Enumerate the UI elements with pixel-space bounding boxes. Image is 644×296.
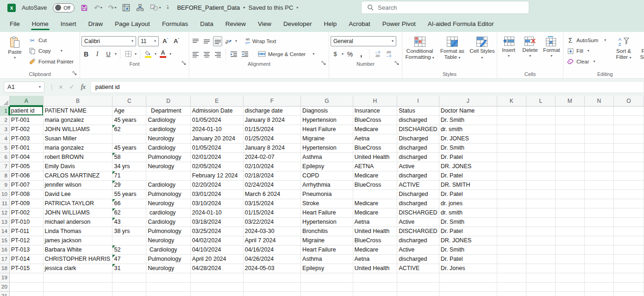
cell-M12[interactable] — [555, 208, 584, 217]
cell-C18[interactable]: 31 — [113, 264, 146, 273]
cell-I4[interactable]: Discharged — [397, 134, 439, 143]
customize-qat-button[interactable]: ▾ — [167, 6, 169, 10]
row-header-10[interactable]: 10 — [0, 189, 9, 199]
cell-L4[interactable] — [526, 134, 555, 143]
shapes-button[interactable]: ▾ — [150, 4, 161, 11]
autosave-toggle[interactable]: Off — [53, 3, 75, 13]
cut-button[interactable]: ✂Cut — [27, 35, 75, 45]
cell-L1[interactable] — [526, 106, 555, 115]
cell-I19[interactable] — [397, 273, 439, 282]
bold-button[interactable]: B — [81, 49, 91, 59]
cell-styles-button[interactable]: Cell Styles ▾ — [469, 34, 495, 70]
cell-C21[interactable] — [113, 291, 146, 296]
sort-filter-button[interactable]: AZ Sort & Filter ▾ — [612, 34, 636, 70]
row-header-6[interactable]: 6 — [0, 152, 9, 162]
cell-O13[interactable] — [613, 217, 644, 227]
cell-N9[interactable] — [584, 180, 613, 189]
cell-H2[interactable]: BlueCross — [353, 115, 397, 125]
cell-E20[interactable] — [190, 282, 243, 291]
cell-M2[interactable] — [555, 115, 584, 125]
cell-B21[interactable] — [43, 291, 113, 296]
tab-draw[interactable]: Draw — [82, 15, 109, 32]
italic-button[interactable]: I — [93, 49, 102, 59]
cell-B17[interactable]: CHRISTOPHER HARRIS — [43, 254, 113, 264]
cell-I3[interactable]: DISCHARGED — [397, 125, 439, 134]
cell-K12[interactable] — [497, 208, 526, 217]
cell-I6[interactable]: discharged — [397, 152, 439, 162]
cell-E4[interactable]: January 20 2024 — [190, 134, 243, 143]
cell-E16[interactable]: 04/10/2024 — [190, 245, 243, 254]
cell-H9[interactable]: BlueCross — [353, 180, 397, 189]
cell-L10[interactable] — [526, 189, 555, 199]
align-right-button[interactable] — [213, 49, 222, 59]
cell-I20[interactable] — [397, 282, 439, 291]
column-header-A[interactable]: A — [9, 96, 43, 106]
cell-O18[interactable] — [613, 264, 644, 273]
cell-O14[interactable] — [613, 227, 644, 236]
fill-color-button[interactable] — [144, 49, 153, 59]
cell-D3[interactable]: cardiology — [146, 125, 191, 134]
cell-M8[interactable] — [555, 171, 584, 180]
cell-H7[interactable]: AETNA — [353, 162, 397, 171]
cell-D11[interactable]: Neurology — [146, 199, 191, 208]
cell-N1[interactable] — [584, 106, 613, 115]
cell-A4[interactable]: PT-003 — [9, 134, 43, 143]
cell-J13[interactable]: Dr. Smith — [439, 217, 497, 227]
fill-handle[interactable] — [41, 113, 44, 116]
cell-J3[interactable]: dr. smith — [439, 125, 497, 134]
cell-I17[interactable]: discharged — [397, 254, 439, 264]
cell-E15[interactable]: 04/02/2024 — [190, 236, 243, 245]
cell-H16[interactable]: Medicare — [353, 245, 397, 254]
cell-A7[interactable]: PT-005 — [9, 162, 43, 171]
cell-F7[interactable]: 02/10/2024 — [243, 162, 300, 171]
cell-L5[interactable] — [526, 143, 555, 152]
cell-K4[interactable] — [497, 134, 526, 143]
column-header-D[interactable]: D — [146, 96, 191, 106]
row-header-19[interactable]: 19 — [0, 273, 9, 282]
cell-L16[interactable] — [526, 245, 555, 254]
increase-decimal-button[interactable]: ←0.00 — [373, 49, 382, 59]
cell-F5[interactable]: January 8 2024 — [243, 143, 300, 152]
row-header-18[interactable]: 18 — [0, 264, 9, 273]
cell-M14[interactable] — [555, 227, 584, 236]
cell-B4[interactable]: Susan Miller — [43, 134, 113, 143]
find-select-button[interactable]: Find & Select ▾ — [637, 34, 644, 70]
cell-C7[interactable]: 34 yrs — [113, 162, 146, 171]
cell-G15[interactable]: Migraine — [301, 236, 353, 245]
cell-J1[interactable]: Doctor Name — [439, 106, 497, 115]
cell-B12[interactable]: JOHN WILLIAMS — [43, 208, 113, 217]
cell-H5[interactable]: BlueCross — [353, 143, 397, 152]
cell-H18[interactable]: United Health — [353, 264, 397, 273]
tab-developer[interactable]: Developer — [277, 15, 318, 32]
align-middle-button[interactable] — [202, 36, 211, 46]
cell-B20[interactable] — [43, 282, 113, 291]
excel-logo-icon[interactable]: x — [7, 4, 16, 12]
cell-D21[interactable] — [146, 291, 191, 296]
redo-button[interactable]: ↷▾ — [108, 4, 117, 12]
cell-A15[interactable]: PT-012 — [9, 236, 43, 245]
cell-E14[interactable]: 03/25/2024 — [190, 227, 243, 236]
cell-M13[interactable] — [555, 217, 584, 227]
alignment-dialog-launcher[interactable] — [321, 61, 326, 66]
cell-H12[interactable]: Medicare — [353, 208, 397, 217]
row-header-8[interactable]: 8 — [0, 171, 9, 180]
cell-L11[interactable] — [526, 199, 555, 208]
row-header-17[interactable]: 17 — [0, 254, 9, 264]
cell-K5[interactable] — [497, 143, 526, 152]
cell-H20[interactable] — [353, 282, 397, 291]
cell-O16[interactable] — [613, 245, 644, 254]
cell-H15[interactable]: BlueCross — [353, 236, 397, 245]
cell-L7[interactable] — [526, 162, 555, 171]
cell-H1[interactable]: Insurance — [353, 106, 397, 115]
align-center-button[interactable] — [202, 49, 211, 59]
cell-D12[interactable]: cardiology — [146, 208, 191, 217]
cell-I14[interactable]: DISCHARGED — [397, 227, 439, 236]
autosum-button[interactable]: ΣAutoSum▾ — [565, 35, 610, 45]
cell-D7[interactable]: Neurology — [146, 162, 191, 171]
number-dialog-launcher[interactable] — [394, 61, 399, 66]
cell-O17[interactable] — [613, 254, 644, 264]
cell-G6[interactable]: Asthma — [301, 152, 353, 162]
row-header-5[interactable]: 5 — [0, 143, 9, 152]
cell-B11[interactable]: PATRICIA TAYLOR — [43, 199, 113, 208]
cell-N14[interactable] — [584, 227, 613, 236]
